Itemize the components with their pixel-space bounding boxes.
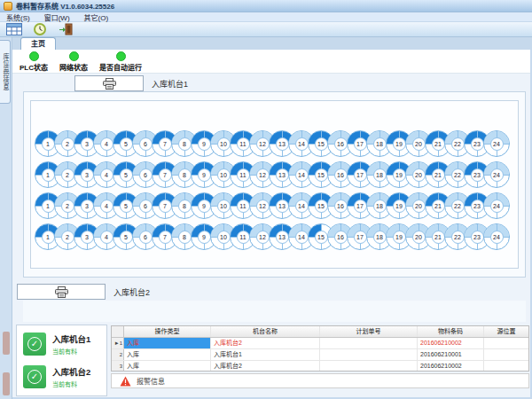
status-dot	[69, 51, 79, 61]
machine-card-2[interactable]: 入库机台2 当前有料	[23, 363, 104, 391]
machine-status: 当前有料	[52, 379, 90, 388]
status-row: PLC状态 网络状态 是否自动运行	[12, 50, 530, 74]
clock-button[interactable]	[30, 23, 50, 36]
side-rail-marker	[3, 372, 10, 395]
row-selector[interactable]: 3	[112, 361, 124, 372]
slots-grid: 1234567891011121314151617181920212223241…	[30, 100, 519, 269]
exit-button[interactable]	[56, 23, 75, 36]
slot-indicator[interactable]: 24	[483, 192, 510, 219]
printer-icon	[55, 286, 68, 298]
slot-row: 123456789101112131415161718192021222324	[35, 130, 518, 157]
title-bar: 卷料暂存系统 V1.0.6034.25526	[0, 0, 532, 12]
status-item-auto: 是否自动运行	[99, 51, 142, 72]
status-item-plc: PLC状态	[20, 51, 48, 72]
table-cell[interactable]	[320, 349, 418, 360]
column-header[interactable]: 操作类型	[124, 326, 211, 337]
column-header[interactable]: 机台名称	[211, 326, 320, 337]
grid-table: 操作类型机台名称计划单号物料条码源位置►1入库入库机台2201606210002…	[111, 325, 529, 372]
slot-indicator[interactable]: 24	[483, 161, 510, 188]
menu-bar: 系统(S) 窗口(W) 其它(O)	[0, 12, 532, 22]
row-selector[interactable]: ►1	[112, 338, 124, 348]
side-rail: 库位监控信息	[0, 37, 12, 399]
print-button-machine2[interactable]	[17, 284, 106, 300]
section-title: 入库机台1	[152, 78, 188, 90]
table-cell[interactable]: 入库机台1	[211, 349, 320, 360]
table-cell[interactable]	[484, 349, 528, 360]
machine-card-1[interactable]: 入库机台1 当前有料	[23, 330, 104, 358]
table-row[interactable]: ►1入库入库机台2201606210002	[112, 338, 528, 349]
status-label: PLC状态	[20, 62, 48, 72]
clock-icon	[34, 23, 46, 35]
printer-icon	[103, 78, 116, 90]
calendar-button[interactable]	[4, 23, 24, 36]
print-button-machine1[interactable]	[74, 75, 144, 91]
status-item-network: 网络状态	[59, 51, 88, 72]
window-title: 卷料暂存系统 V1.0.6034.25526	[16, 1, 114, 11]
table-cell[interactable]	[484, 361, 528, 372]
table-cell[interactable]	[320, 338, 418, 348]
table-cell[interactable]	[320, 361, 418, 372]
side-tab-monitor[interactable]: 库位监控信息	[0, 40, 11, 104]
table-cell[interactable]	[484, 338, 528, 348]
section-body-machine2	[23, 301, 526, 322]
status-label: 网络状态	[59, 62, 88, 72]
column-header[interactable]: 物料条码	[418, 326, 484, 337]
table-cell[interactable]: 入库	[124, 349, 211, 360]
table-header: 操作类型机台名称计划单号物料条码源位置	[112, 326, 528, 338]
slot-row: 123456789101112131415161718192021222324	[35, 161, 518, 188]
column-header[interactable]: 源位置	[484, 326, 528, 337]
slot-row: 123456789101112131415161718192021222324	[35, 192, 518, 219]
alert-bar: 报警信息	[111, 373, 529, 388]
machine-name: 入库机台1	[52, 332, 90, 345]
table-cell[interactable]: 201606210002	[418, 361, 484, 372]
slot-row: 123456789101112131415161718192021222324	[35, 223, 518, 250]
slot-indicator[interactable]: 24	[483, 130, 510, 157]
table-cell[interactable]: 入库机台2	[211, 338, 320, 348]
section-title: 入库机台2	[113, 286, 150, 298]
calendar-icon	[6, 23, 22, 35]
table-cell[interactable]: 201606210001	[418, 349, 484, 360]
check-icon	[23, 332, 46, 356]
app-icon	[4, 2, 12, 11]
exit-icon	[59, 23, 73, 35]
tab-strip: 主页	[12, 37, 532, 50]
status-dot	[29, 51, 39, 61]
status-label: 是否自动运行	[99, 62, 142, 72]
table-row[interactable]: 2入库入库机台1201606210001	[112, 349, 528, 361]
tab-home[interactable]: 主页	[20, 37, 56, 50]
slot-indicator[interactable]: 24	[483, 223, 510, 250]
menu-other[interactable]: 其它(O)	[84, 12, 109, 22]
row-selector[interactable]: 2	[112, 349, 124, 360]
machine-status: 当前有料	[52, 347, 90, 356]
row-selector-header	[112, 326, 124, 337]
toolbar	[0, 22, 532, 37]
status-dot	[116, 51, 126, 61]
table-cell[interactable]: 201606210002	[418, 338, 484, 348]
warning-icon	[120, 376, 131, 387]
menu-system[interactable]: 系统(S)	[6, 12, 30, 22]
section-header-machine1: 入库机台1	[74, 75, 188, 91]
alert-label: 报警信息	[137, 376, 165, 386]
machine-status-panel: 入库机台1 当前有料 入库机台2 当前有料	[16, 325, 107, 396]
side-rail-marker	[3, 332, 10, 355]
table-cell[interactable]: 入库机台2	[211, 361, 320, 372]
main-content: PLC状态 网络状态 是否自动运行 入库机台1	[12, 50, 530, 397]
machine-name: 入库机台2	[52, 365, 90, 378]
menu-window[interactable]: 窗口(W)	[44, 12, 70, 22]
check-icon	[23, 365, 46, 388]
slots-panel-frame: 1234567891011121314151617181920212223241…	[23, 91, 526, 278]
table-cell[interactable]: 入库	[124, 361, 211, 372]
table-cell[interactable]: 入库	[124, 338, 211, 348]
column-header[interactable]: 计划单号	[320, 326, 418, 337]
section-header-machine2: 入库机台2	[17, 284, 150, 300]
table-row[interactable]: 3入库入库机台2201606210002	[112, 361, 528, 372]
